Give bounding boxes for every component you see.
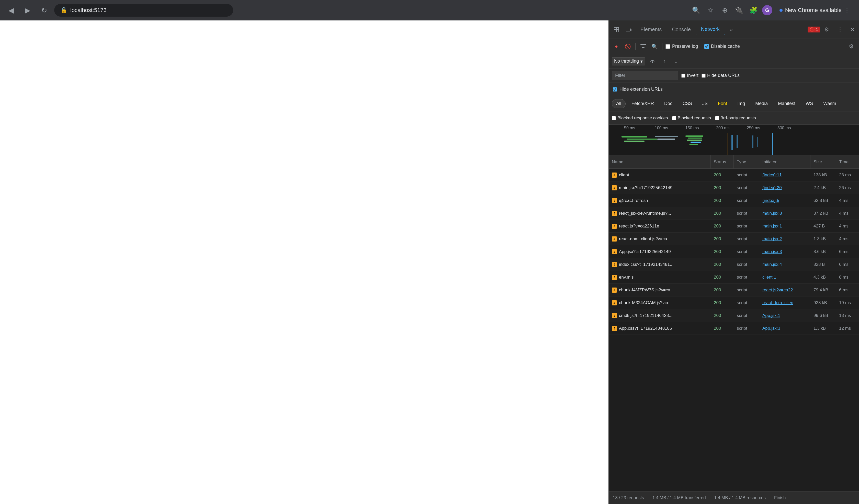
svg-rect-3	[617, 30, 619, 32]
ruler-mark-300: 300 ms	[778, 125, 791, 130]
devtools-settings-icon[interactable]: ⚙	[821, 24, 832, 35]
star-button[interactable]: ☆	[705, 5, 716, 16]
td-initiator[interactable]: main.jsx:2	[759, 232, 811, 245]
td-status: 200	[711, 181, 734, 194]
more-options-icon[interactable]: ⋮	[844, 7, 850, 14]
type-pill-wasm[interactable]: Wasm	[819, 99, 840, 108]
tab-more[interactable]: »	[725, 24, 738, 35]
extension-icon[interactable]: 🔌	[734, 5, 745, 16]
timeline-marker-orange	[727, 133, 728, 155]
devtools-more-icon[interactable]: ⋮	[834, 24, 846, 35]
type-pill-js[interactable]: JS	[698, 99, 712, 108]
blocked-requests-input[interactable]	[672, 116, 676, 120]
th-size[interactable]: Size	[811, 155, 836, 168]
td-initiator[interactable]: (index):5	[759, 194, 811, 207]
tab-console[interactable]: Console	[667, 24, 696, 35]
status-divider-1	[648, 495, 648, 501]
table-row[interactable]: J chunk-M324AGAM.js?v=c... 200 script re…	[609, 296, 859, 309]
zoom-button[interactable]: 🔍	[691, 5, 702, 16]
th-type[interactable]: Type	[734, 155, 759, 168]
extension-install-icon[interactable]: ⊕	[719, 5, 730, 16]
download-icon[interactable]: ↓	[672, 57, 680, 66]
th-time[interactable]: Time	[836, 155, 859, 168]
back-button[interactable]: ◀	[5, 4, 17, 16]
td-initiator[interactable]: App.jsx:3	[759, 322, 811, 335]
table-row[interactable]: J index.css?t=17192143481... 200 script …	[609, 258, 859, 271]
table-row[interactable]: J @react-refresh 200 script (index):5 62…	[609, 194, 859, 207]
preserve-log-input[interactable]	[665, 44, 670, 49]
ruler-mark-100: 100 ms	[655, 125, 668, 130]
timeline-bar-6	[685, 136, 703, 137]
td-initiator[interactable]: main.jsx:4	[759, 258, 811, 271]
reload-button[interactable]: ↻	[38, 4, 50, 16]
td-size: 4.3 kB	[811, 271, 836, 284]
type-pill-ws[interactable]: WS	[801, 99, 817, 108]
td-initiator[interactable]: (index):11	[759, 169, 811, 181]
table-row[interactable]: J cmdk.js?t=171921146428... 200 script A…	[609, 309, 859, 322]
blocked-cookies-input[interactable]	[612, 116, 616, 120]
third-party-input[interactable]	[715, 116, 719, 120]
type-pill-img[interactable]: Img	[733, 99, 749, 108]
type-pill-fetch-xhr[interactable]: Fetch/XHR	[627, 99, 658, 108]
invert-checkbox[interactable]: Invert	[681, 73, 698, 78]
type-pill-font[interactable]: Font	[713, 99, 732, 108]
tab-network[interactable]: Network	[696, 24, 725, 35]
td-time: 6 ms	[836, 258, 859, 271]
td-initiator[interactable]: client:1	[759, 271, 811, 284]
td-initiator[interactable]: App.jsx:1	[759, 309, 811, 322]
table-row[interactable]: J App.jsx?t=1719225642149 200 script mai…	[609, 245, 859, 258]
hide-data-urls-input[interactable]	[702, 74, 706, 78]
tab-elements[interactable]: Elements	[635, 24, 667, 35]
table-row[interactable]: J react_jsx-dev-runtime.js?... 200 scrip…	[609, 207, 859, 220]
type-pill-all[interactable]: All	[612, 99, 626, 108]
th-status[interactable]: Status	[711, 155, 734, 168]
throttle-select[interactable]: No throttling ▾	[612, 57, 645, 65]
filter-input[interactable]	[612, 71, 678, 80]
browser-viewport	[0, 20, 608, 504]
type-pill-media[interactable]: Media	[751, 99, 772, 108]
puzzle-icon[interactable]: 🧩	[748, 5, 759, 16]
clear-button[interactable]: 🚫	[623, 42, 632, 51]
table-row[interactable]: J client 200 script (index):11 138 kB 28…	[609, 169, 859, 181]
responsive-icon[interactable]	[623, 24, 634, 35]
address-bar[interactable]: 🔒 localhost:5173	[54, 4, 233, 17]
type-pill-doc[interactable]: Doc	[660, 99, 677, 108]
table-row[interactable]: J env.mjs 200 script client:1 4.3 kB 8 m…	[609, 271, 859, 284]
table-row[interactable]: J chunk-I4MZPW7S.js?v=ca... 200 script r…	[609, 284, 859, 296]
ext-urls-checkbox[interactable]	[613, 87, 617, 91]
preserve-log-checkbox[interactable]: Preserve log	[665, 44, 698, 49]
forward-button[interactable]: ▶	[21, 4, 34, 16]
type-pill-css[interactable]: CSS	[678, 99, 696, 108]
td-initiator[interactable]: main.jsx:8	[759, 207, 811, 219]
disable-cache-checkbox[interactable]: Disable cache	[704, 44, 740, 49]
table-row[interactable]: J App.css?t=1719214348186 200 script App…	[609, 322, 859, 335]
th-initiator[interactable]: Initiator	[759, 155, 811, 168]
requests-count: 13 / 23 requests	[613, 495, 644, 500]
network-settings-icon[interactable]: ⚙	[847, 42, 856, 51]
blocked-response-cookies[interactable]: Blocked response cookies	[612, 116, 668, 121]
type-pill-manifest[interactable]: Manifest	[774, 99, 800, 108]
file-name: cmdk.js?t=171921146428...	[619, 313, 672, 318]
disable-cache-input[interactable]	[704, 44, 709, 49]
third-party-requests[interactable]: 3rd-party requests	[715, 116, 756, 121]
record-button[interactable]: ●	[612, 42, 621, 51]
devtools-close-button[interactable]: ✕	[848, 25, 857, 34]
td-initiator[interactable]: react-dom_clien	[759, 296, 811, 309]
td-initiator[interactable]: main.jsx:1	[759, 220, 811, 232]
upload-icon[interactable]: ↑	[660, 57, 668, 66]
td-initiator[interactable]: react.js?v=ca22	[759, 284, 811, 296]
td-initiator[interactable]: (index):20	[759, 181, 811, 194]
table-row[interactable]: J react.js?v=ca22611e 200 script main.js…	[609, 220, 859, 232]
search-button[interactable]: 🔍	[650, 42, 659, 51]
hide-data-urls-checkbox[interactable]: Hide data URLs	[702, 73, 740, 78]
blocked-requests[interactable]: Blocked requests	[672, 116, 711, 121]
th-name[interactable]: Name	[609, 155, 711, 168]
table-row[interactable]: J react-dom_client.js?v=ca... 200 script…	[609, 232, 859, 245]
table-row[interactable]: J main.jsx?t=1719225642149 200 script (i…	[609, 181, 859, 194]
td-initiator[interactable]: main.jsx:3	[759, 245, 811, 258]
inspect-icon[interactable]	[611, 24, 622, 35]
filter-button[interactable]	[639, 42, 648, 51]
profile-avatar[interactable]: G	[762, 5, 772, 15]
online-icon[interactable]	[648, 57, 657, 66]
invert-input[interactable]	[681, 74, 685, 78]
